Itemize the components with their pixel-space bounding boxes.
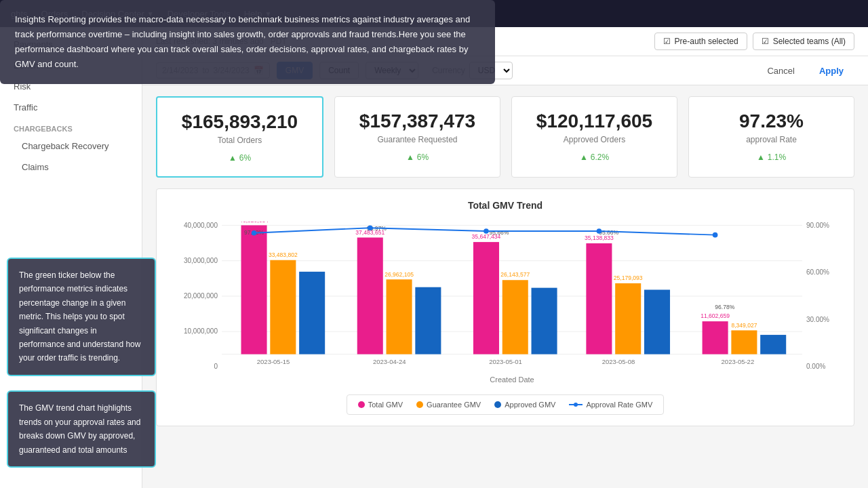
chart-section: Total GMV Trend 40,000,000 30,000,000 20…	[156, 188, 854, 426]
green-ticker-tooltip: The green ticker below the performance m…	[7, 258, 156, 376]
bar-label-5-guarantee: 8,349,027	[731, 322, 757, 329]
sidebar-item-chargeback-recovery[interactable]: Chargeback Recovery	[0, 136, 142, 157]
kpi-approved-value: $120,117,605	[526, 110, 663, 132]
bar-approved-4	[644, 289, 670, 354]
legend-approval-rate: Approval Rate GMV	[569, 401, 652, 409]
kpi-card-approved: $120,117,605 Approved Orders ▲ 6.2%	[511, 96, 677, 178]
arrow-up-icon: ▲	[229, 153, 237, 163]
pre-auth-button[interactable]: ☑ Pre-auth selected	[654, 33, 747, 50]
legend-total-gmv: Total GMV	[358, 401, 403, 409]
y-axis-left: 40,000,000 30,000,000 20,000,000 10,000,…	[167, 222, 222, 384]
arrow-up-icon-2: ▲	[406, 152, 414, 162]
legend-line-icon	[569, 401, 583, 409]
pre-auth-icon: ☑	[663, 37, 671, 46]
chart-canvas: 46,020,634 33,483,802 97.82% 37,483,651 …	[222, 222, 802, 384]
chart-svg: 46,020,634 33,483,802 97.82% 37,483,651 …	[222, 222, 802, 371]
bar-guarantee-2	[387, 279, 412, 354]
rate-dot-2	[368, 225, 373, 230]
bar-approved-3	[532, 288, 557, 354]
bar-total-1	[241, 225, 267, 354]
bar-guarantee-3	[502, 280, 528, 354]
main-content: Last refreshed: 3 minutes ago PDT ☑ Pre-…	[142, 27, 868, 488]
kpi-total-orders-change: ▲ 6%	[171, 153, 309, 163]
x-label-4: 2023-05-08	[602, 358, 635, 365]
kpi-approval-rate-label: approval Rate	[703, 135, 840, 144]
bar-label-2-guarantee: 26,962,105	[384, 271, 414, 278]
legend-guarantee-gmv: Guarantee GMV	[416, 401, 481, 409]
x-axis-label: Created Date	[222, 375, 802, 384]
sidebar-item-traffic[interactable]: Traffic	[0, 97, 142, 118]
apply-button[interactable]: Apply	[808, 62, 854, 79]
x-label-5: 2023-05-22	[722, 358, 755, 365]
kpi-guarantee-label: Guarantee Requested	[349, 135, 486, 144]
rate-dot-5	[713, 232, 718, 238]
sidebar-section-chargebacks: Chargebacks	[0, 118, 142, 136]
bar-label-4-total: 35,138,833	[585, 235, 614, 241]
arrow-up-icon-4: ▲	[757, 152, 765, 162]
header-right: ☑ Pre-auth selected ☑ Selected teams (Al…	[654, 33, 854, 50]
bar-label-1-guarantee: 33,483,802	[269, 251, 298, 258]
legend-approved-gmv: Approved GMV	[494, 401, 555, 409]
kpi-approval-rate-value: 97.23%	[703, 110, 840, 132]
x-label-1: 2023-05-15	[257, 358, 290, 365]
selected-teams-button[interactable]: ☑ Selected teams (All)	[753, 33, 854, 50]
legend-dot-approved	[494, 401, 501, 408]
kpi-row: $165,893,210 Total Orders ▲ 6% $157,387,…	[142, 85, 868, 188]
bar-label-1-total: 46,020,634	[239, 222, 269, 224]
kpi-approved-label: Approved Orders	[526, 135, 663, 144]
svg-point-6	[574, 403, 578, 407]
x-label-3: 2023-05-01	[489, 358, 522, 365]
rate-label-5: 96.78%	[715, 304, 734, 310]
chart-legend: Total GMV Guarantee GMV Approved GMV	[347, 394, 664, 415]
legend-dot-guarantee	[416, 401, 423, 408]
y-axis-right: 90.00% 60.00% 30.00% 0.00%	[802, 222, 843, 384]
kpi-approved-change: ▲ 6.2%	[526, 152, 663, 162]
teams-icon: ☑	[762, 37, 769, 46]
bar-label-5-total: 11,602,659	[701, 312, 730, 319]
kpi-card-guarantee: $157,387,473 Guarantee Requested ▲ 6%	[334, 96, 500, 178]
legend-dot-total	[358, 401, 365, 408]
kpi-card-approval-rate: 97.23% approval Rate ▲ 1.1%	[688, 96, 854, 178]
bar-total-5	[703, 321, 728, 354]
bar-total-4	[586, 243, 612, 354]
kpi-total-orders-value: $165,893,210	[171, 111, 309, 133]
bar-guarantee-4	[615, 283, 641, 354]
bar-total-3	[473, 242, 499, 354]
cancel-button[interactable]: Cancel	[759, 62, 802, 79]
bar-label-3-guarantee: 26,143,577	[500, 271, 530, 278]
bar-guarantee-5	[731, 330, 757, 354]
rate-label-3: 95.66%	[489, 229, 509, 236]
bar-approved-5	[760, 335, 786, 354]
bar-approved-2	[415, 287, 441, 354]
bar-total-2	[357, 237, 383, 354]
kpi-guarantee-change: ▲ 6%	[349, 152, 486, 162]
rate-dot-4	[597, 228, 602, 234]
bar-guarantee-1	[270, 260, 296, 354]
sidebar-item-claims[interactable]: Claims	[0, 157, 142, 178]
rate-dot-1	[252, 230, 257, 236]
rate-dot-3	[484, 228, 489, 234]
kpi-card-total-orders: $165,893,210 Total Orders ▲ 6%	[156, 96, 323, 178]
gmv-trend-tooltip: The GMV trend chart highlights trends on…	[7, 390, 156, 468]
x-label-2: 2023-04-24	[373, 358, 406, 365]
action-buttons: Cancel Apply	[759, 62, 854, 79]
kpi-total-orders-label: Total Orders	[171, 136, 309, 145]
arrow-up-icon-3: ▲	[580, 152, 588, 162]
bar-label-4-guarantee: 25,179,093	[614, 274, 643, 281]
kpi-approval-rate-change: ▲ 1.1%	[703, 152, 840, 162]
kpi-guarantee-value: $157,387,473	[349, 110, 486, 132]
chart-title: Total GMV Trend	[167, 200, 843, 211]
main-tooltip: Insights Reporting provides the macro-da…	[0, 0, 495, 84]
bar-approved-1	[299, 272, 325, 354]
